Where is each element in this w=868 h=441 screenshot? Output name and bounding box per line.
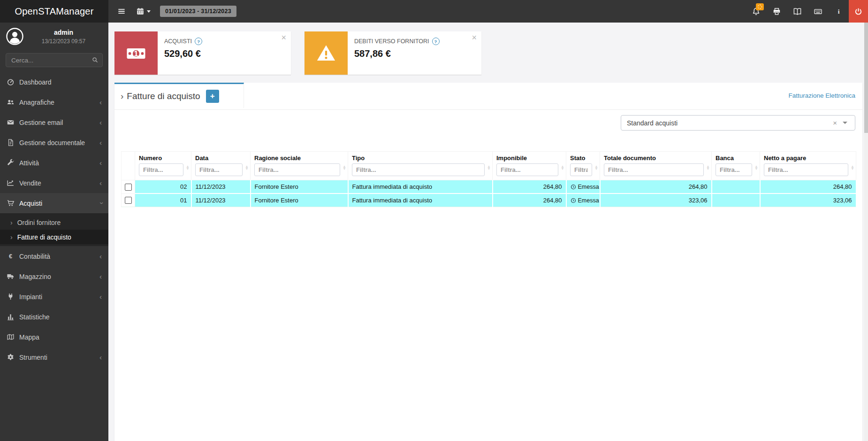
sidebar-subitem-ordini-fornitore[interactable]: ›Ordini fornitore bbox=[0, 215, 108, 230]
chevron-left-icon: ‹ bbox=[99, 119, 102, 126]
cell-checkbox bbox=[122, 193, 135, 207]
add-record-button[interactable]: + bbox=[206, 90, 219, 103]
chevron-down-icon: ‹ bbox=[97, 202, 104, 204]
svg-text:€: € bbox=[9, 253, 12, 260]
column-label: Stato bbox=[570, 155, 592, 162]
tab-fatture-di-acquisto[interactable]: › Fatture di acquisto + bbox=[114, 83, 244, 108]
help-icon[interactable]: ? bbox=[195, 38, 202, 45]
table-row[interactable]: 0111/12/2023Fornitore EsteroFattura imme… bbox=[122, 193, 856, 207]
chevron-left-icon: ‹ bbox=[99, 99, 102, 106]
column-label: Tipo bbox=[352, 155, 485, 162]
chart-line-icon bbox=[7, 179, 19, 187]
sidebar-item-mappa[interactable]: Mappa bbox=[0, 327, 108, 347]
search-icon[interactable] bbox=[91, 56, 99, 63]
search-input[interactable] bbox=[6, 53, 103, 67]
sidebar-item-vendite[interactable]: Vendite‹ bbox=[0, 173, 108, 193]
sidebar-item-acquisti[interactable]: Acquisti‹ bbox=[0, 193, 108, 213]
help-icon[interactable]: ? bbox=[432, 38, 440, 45]
page-title: Fatture di acquisto bbox=[127, 91, 200, 101]
filter-input-imponibile[interactable] bbox=[496, 163, 558, 176]
sort-icon[interactable]: ▲▼ bbox=[754, 166, 758, 170]
status-text: Emessa bbox=[578, 184, 599, 190]
logout-power-icon[interactable] bbox=[849, 0, 868, 23]
file-icon bbox=[7, 139, 19, 147]
filter-input-stato[interactable] bbox=[570, 163, 592, 176]
scrollbar-thumb[interactable] bbox=[864, 23, 868, 133]
column-header-banca[interactable]: Banca▲▼ bbox=[712, 152, 760, 180]
row-checkbox[interactable] bbox=[125, 184, 132, 191]
users-icon bbox=[7, 98, 19, 106]
notification-badge bbox=[756, 3, 764, 10]
infobox-value: 587,86 € bbox=[354, 48, 475, 59]
filter-input-numero[interactable] bbox=[139, 163, 183, 176]
row-checkbox[interactable] bbox=[125, 197, 132, 204]
calendar-icon[interactable] bbox=[131, 0, 155, 23]
sidebar-item-strumenti[interactable]: Strumenti‹ bbox=[0, 347, 108, 367]
cell-netto_a_pagare: 323,06 bbox=[760, 193, 856, 207]
filter-input-totale_documento[interactable] bbox=[604, 163, 704, 176]
filter-input-ragione_sociale[interactable] bbox=[254, 163, 340, 176]
column-header-netto_a_pagare[interactable]: Netto a pagare▲▼ bbox=[760, 152, 856, 180]
map-icon bbox=[7, 333, 19, 341]
sidebar-item-impianti[interactable]: Impianti‹ bbox=[0, 286, 108, 307]
close-icon[interactable]: × bbox=[281, 33, 286, 42]
sort-icon[interactable]: ▲▼ bbox=[487, 166, 491, 170]
column-header-data[interactable]: Data▲▼ bbox=[191, 152, 251, 180]
sidebar-item-statistiche[interactable]: Statistiche bbox=[0, 307, 108, 327]
sidebar-subitem-fatture-di-acquisto[interactable]: ›Fatture di acquisto bbox=[0, 230, 108, 244]
sort-icon[interactable]: ▲▼ bbox=[706, 166, 710, 170]
filter-input-tipo[interactable] bbox=[352, 163, 485, 176]
avatar bbox=[6, 28, 23, 45]
sort-icon[interactable]: ▲▼ bbox=[594, 166, 598, 170]
plug-icon bbox=[7, 293, 19, 301]
warning-icon bbox=[305, 31, 348, 75]
filter-input-data[interactable] bbox=[195, 163, 243, 176]
sidebar-item-label: Acquisti bbox=[19, 200, 42, 207]
clear-selection-icon[interactable]: × bbox=[827, 119, 843, 127]
sort-icon[interactable]: ▲▼ bbox=[851, 166, 854, 170]
hamburger-menu-icon[interactable] bbox=[112, 0, 131, 23]
sidebar-item-label: Anagrafiche bbox=[19, 99, 54, 106]
sidebar-item-dashboard[interactable]: Dashboard bbox=[0, 72, 108, 92]
print-icon[interactable] bbox=[766, 0, 787, 23]
sidebar-item-anagrafiche[interactable]: Anagrafiche‹ bbox=[0, 92, 108, 112]
sort-icon[interactable]: ▲▼ bbox=[561, 166, 564, 170]
sort-icon[interactable]: ▲▼ bbox=[343, 166, 346, 170]
sort-icon[interactable]: ▲▼ bbox=[186, 166, 190, 170]
clock-icon bbox=[571, 184, 576, 190]
column-header-tipo[interactable]: Tipo▲▼ bbox=[348, 152, 493, 180]
column-header-ragione_sociale[interactable]: Ragione sociale▲▼ bbox=[251, 152, 348, 180]
envelope-icon bbox=[7, 118, 19, 126]
sidebar-item-gestione-email[interactable]: Gestione email‹ bbox=[0, 112, 108, 132]
close-icon[interactable]: × bbox=[472, 33, 477, 42]
select-all-header bbox=[122, 152, 135, 180]
plugin-select[interactable]: Standard acquisti × bbox=[621, 115, 855, 131]
status-text: Emessa bbox=[578, 197, 599, 204]
submenu-acquisti: ›Ordini fornitore›Fatture di acquisto bbox=[0, 213, 108, 246]
date-range-badge[interactable]: 01/01/2023 - 31/12/2023 bbox=[160, 6, 236, 17]
keyboard-shortcuts-icon[interactable] bbox=[807, 0, 828, 23]
table-row[interactable]: 0211/12/2023Fornitore EsteroFattura imme… bbox=[122, 180, 856, 194]
column-header-numero[interactable]: Numero▲▼ bbox=[135, 152, 191, 180]
sidebar-item-magazzino[interactable]: Magazzino‹ bbox=[0, 266, 108, 286]
sort-icon[interactable]: ▲▼ bbox=[245, 166, 249, 170]
column-header-imponibile[interactable]: Imponibile▲▼ bbox=[493, 152, 566, 180]
chevron-down-icon bbox=[843, 122, 847, 124]
filter-input-netto_a_pagare[interactable] bbox=[764, 163, 848, 176]
manual-book-icon[interactable] bbox=[787, 0, 807, 23]
sidebar-item-attivit-[interactable]: Attività‹ bbox=[0, 153, 108, 173]
filter-input-banca[interactable] bbox=[716, 163, 752, 176]
sidebar-item-label: Dashboard bbox=[19, 78, 52, 86]
cell-numero: 01 bbox=[135, 193, 191, 207]
sidebar-item-contabilit-[interactable]: €Contabilità‹ bbox=[0, 246, 108, 266]
sidebar-item-label: Vendite bbox=[19, 179, 41, 187]
column-header-stato[interactable]: Stato▲▼ bbox=[566, 152, 600, 180]
fatturazione-elettronica-link[interactable]: Fatturazione Elettronica bbox=[788, 92, 855, 99]
sidebar-item-gestione-documentale[interactable]: Gestione documentale‹ bbox=[0, 132, 108, 153]
column-header-totale_documento[interactable]: Totale documento▲▼ bbox=[600, 152, 712, 180]
info-icon[interactable]: i bbox=[828, 0, 849, 23]
chevron-right-icon: › bbox=[121, 91, 123, 101]
notifications-bell-icon[interactable] bbox=[746, 0, 766, 23]
chevron-left-icon: ‹ bbox=[99, 354, 102, 361]
cell-netto_a_pagare: 264,80 bbox=[760, 180, 856, 194]
